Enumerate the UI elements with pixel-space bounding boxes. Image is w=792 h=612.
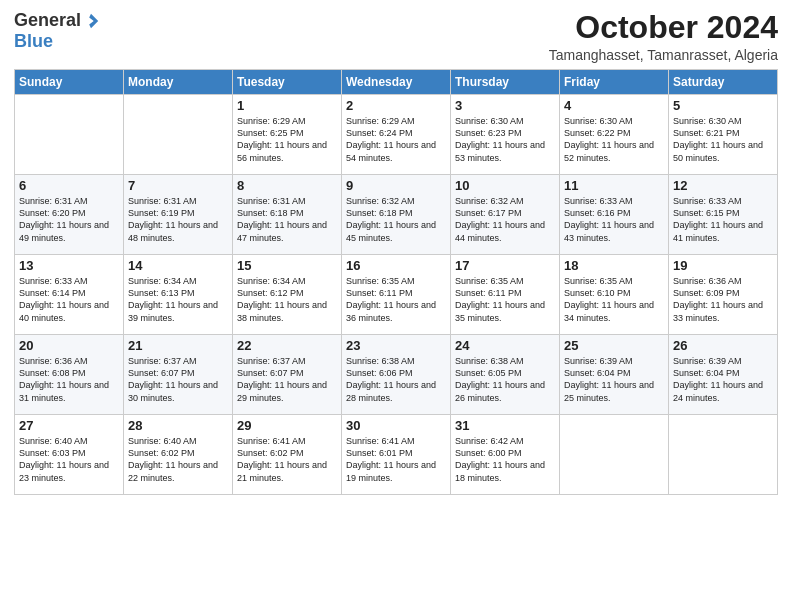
calendar-cell: 12Sunrise: 6:33 AMSunset: 6:15 PMDayligh…: [669, 175, 778, 255]
calendar-cell: 2Sunrise: 6:29 AMSunset: 6:24 PMDaylight…: [342, 95, 451, 175]
day-number: 22: [237, 338, 337, 353]
calendar-cell: 16Sunrise: 6:35 AMSunset: 6:11 PMDayligh…: [342, 255, 451, 335]
day-number: 18: [564, 258, 664, 273]
cell-info: Sunrise: 6:29 AMSunset: 6:25 PMDaylight:…: [237, 115, 337, 164]
week-row-4: 27Sunrise: 6:40 AMSunset: 6:03 PMDayligh…: [15, 415, 778, 495]
calendar-cell: 7Sunrise: 6:31 AMSunset: 6:19 PMDaylight…: [124, 175, 233, 255]
cell-info: Sunrise: 6:41 AMSunset: 6:02 PMDaylight:…: [237, 435, 337, 484]
day-number: 31: [455, 418, 555, 433]
cell-info: Sunrise: 6:36 AMSunset: 6:09 PMDaylight:…: [673, 275, 773, 324]
cell-info: Sunrise: 6:40 AMSunset: 6:02 PMDaylight:…: [128, 435, 228, 484]
cell-info: Sunrise: 6:31 AMSunset: 6:19 PMDaylight:…: [128, 195, 228, 244]
calendar-cell: [15, 95, 124, 175]
calendar-cell: 28Sunrise: 6:40 AMSunset: 6:02 PMDayligh…: [124, 415, 233, 495]
calendar-cell: [669, 415, 778, 495]
day-number: 10: [455, 178, 555, 193]
day-number: 13: [19, 258, 119, 273]
col-header-wednesday: Wednesday: [342, 70, 451, 95]
day-number: 2: [346, 98, 446, 113]
cell-info: Sunrise: 6:33 AMSunset: 6:14 PMDaylight:…: [19, 275, 119, 324]
week-row-0: 1Sunrise: 6:29 AMSunset: 6:25 PMDaylight…: [15, 95, 778, 175]
month-title: October 2024: [549, 10, 778, 45]
logo-blue: Blue: [14, 31, 53, 52]
location: Tamanghasset, Tamanrasset, Algeria: [549, 47, 778, 63]
day-number: 24: [455, 338, 555, 353]
day-number: 7: [128, 178, 228, 193]
col-header-thursday: Thursday: [451, 70, 560, 95]
calendar-cell: 1Sunrise: 6:29 AMSunset: 6:25 PMDaylight…: [233, 95, 342, 175]
cell-info: Sunrise: 6:31 AMSunset: 6:20 PMDaylight:…: [19, 195, 119, 244]
cell-info: Sunrise: 6:33 AMSunset: 6:16 PMDaylight:…: [564, 195, 664, 244]
calendar-cell: 24Sunrise: 6:38 AMSunset: 6:05 PMDayligh…: [451, 335, 560, 415]
calendar-cell: 8Sunrise: 6:31 AMSunset: 6:18 PMDaylight…: [233, 175, 342, 255]
day-number: 4: [564, 98, 664, 113]
cell-info: Sunrise: 6:32 AMSunset: 6:18 PMDaylight:…: [346, 195, 446, 244]
day-number: 16: [346, 258, 446, 273]
cell-info: Sunrise: 6:35 AMSunset: 6:11 PMDaylight:…: [346, 275, 446, 324]
cell-info: Sunrise: 6:42 AMSunset: 6:00 PMDaylight:…: [455, 435, 555, 484]
cell-info: Sunrise: 6:36 AMSunset: 6:08 PMDaylight:…: [19, 355, 119, 404]
cell-info: Sunrise: 6:41 AMSunset: 6:01 PMDaylight:…: [346, 435, 446, 484]
day-number: 15: [237, 258, 337, 273]
calendar-table: SundayMondayTuesdayWednesdayThursdayFrid…: [14, 69, 778, 495]
cell-info: Sunrise: 6:29 AMSunset: 6:24 PMDaylight:…: [346, 115, 446, 164]
col-header-saturday: Saturday: [669, 70, 778, 95]
day-number: 27: [19, 418, 119, 433]
week-row-3: 20Sunrise: 6:36 AMSunset: 6:08 PMDayligh…: [15, 335, 778, 415]
cell-info: Sunrise: 6:30 AMSunset: 6:22 PMDaylight:…: [564, 115, 664, 164]
calendar-cell: 31Sunrise: 6:42 AMSunset: 6:00 PMDayligh…: [451, 415, 560, 495]
week-row-2: 13Sunrise: 6:33 AMSunset: 6:14 PMDayligh…: [15, 255, 778, 335]
day-number: 21: [128, 338, 228, 353]
cell-info: Sunrise: 6:37 AMSunset: 6:07 PMDaylight:…: [128, 355, 228, 404]
day-number: 26: [673, 338, 773, 353]
calendar-cell: 27Sunrise: 6:40 AMSunset: 6:03 PMDayligh…: [15, 415, 124, 495]
page: General Blue October 2024 Tamanghasset, …: [0, 0, 792, 612]
calendar-cell: 30Sunrise: 6:41 AMSunset: 6:01 PMDayligh…: [342, 415, 451, 495]
col-header-sunday: Sunday: [15, 70, 124, 95]
day-number: 12: [673, 178, 773, 193]
cell-info: Sunrise: 6:34 AMSunset: 6:13 PMDaylight:…: [128, 275, 228, 324]
calendar-cell: 9Sunrise: 6:32 AMSunset: 6:18 PMDaylight…: [342, 175, 451, 255]
calendar-cell: 19Sunrise: 6:36 AMSunset: 6:09 PMDayligh…: [669, 255, 778, 335]
day-number: 29: [237, 418, 337, 433]
calendar-cell: 5Sunrise: 6:30 AMSunset: 6:21 PMDaylight…: [669, 95, 778, 175]
day-number: 11: [564, 178, 664, 193]
calendar-cell: [124, 95, 233, 175]
svg-marker-0: [89, 13, 98, 27]
day-number: 19: [673, 258, 773, 273]
cell-info: Sunrise: 6:33 AMSunset: 6:15 PMDaylight:…: [673, 195, 773, 244]
cell-info: Sunrise: 6:30 AMSunset: 6:23 PMDaylight:…: [455, 115, 555, 164]
calendar-cell: 26Sunrise: 6:39 AMSunset: 6:04 PMDayligh…: [669, 335, 778, 415]
calendar-header-row: SundayMondayTuesdayWednesdayThursdayFrid…: [15, 70, 778, 95]
day-number: 14: [128, 258, 228, 273]
calendar-cell: [560, 415, 669, 495]
calendar-cell: 4Sunrise: 6:30 AMSunset: 6:22 PMDaylight…: [560, 95, 669, 175]
day-number: 20: [19, 338, 119, 353]
cell-info: Sunrise: 6:30 AMSunset: 6:21 PMDaylight:…: [673, 115, 773, 164]
cell-info: Sunrise: 6:32 AMSunset: 6:17 PMDaylight:…: [455, 195, 555, 244]
calendar-cell: 14Sunrise: 6:34 AMSunset: 6:13 PMDayligh…: [124, 255, 233, 335]
calendar-cell: 18Sunrise: 6:35 AMSunset: 6:10 PMDayligh…: [560, 255, 669, 335]
logo: General Blue: [14, 10, 100, 52]
calendar-cell: 11Sunrise: 6:33 AMSunset: 6:16 PMDayligh…: [560, 175, 669, 255]
cell-info: Sunrise: 6:40 AMSunset: 6:03 PMDaylight:…: [19, 435, 119, 484]
calendar-cell: 21Sunrise: 6:37 AMSunset: 6:07 PMDayligh…: [124, 335, 233, 415]
calendar-cell: 20Sunrise: 6:36 AMSunset: 6:08 PMDayligh…: [15, 335, 124, 415]
logo-icon: [82, 12, 100, 30]
calendar-cell: 22Sunrise: 6:37 AMSunset: 6:07 PMDayligh…: [233, 335, 342, 415]
cell-info: Sunrise: 6:31 AMSunset: 6:18 PMDaylight:…: [237, 195, 337, 244]
calendar-cell: 6Sunrise: 6:31 AMSunset: 6:20 PMDaylight…: [15, 175, 124, 255]
calendar-cell: 25Sunrise: 6:39 AMSunset: 6:04 PMDayligh…: [560, 335, 669, 415]
day-number: 8: [237, 178, 337, 193]
calendar-cell: 29Sunrise: 6:41 AMSunset: 6:02 PMDayligh…: [233, 415, 342, 495]
day-number: 5: [673, 98, 773, 113]
logo-general: General: [14, 10, 81, 31]
cell-info: Sunrise: 6:38 AMSunset: 6:05 PMDaylight:…: [455, 355, 555, 404]
title-block: October 2024 Tamanghasset, Tamanrasset, …: [549, 10, 778, 63]
calendar-cell: 10Sunrise: 6:32 AMSunset: 6:17 PMDayligh…: [451, 175, 560, 255]
calendar-cell: 15Sunrise: 6:34 AMSunset: 6:12 PMDayligh…: [233, 255, 342, 335]
calendar-cell: 23Sunrise: 6:38 AMSunset: 6:06 PMDayligh…: [342, 335, 451, 415]
calendar-cell: 13Sunrise: 6:33 AMSunset: 6:14 PMDayligh…: [15, 255, 124, 335]
header: General Blue October 2024 Tamanghasset, …: [14, 10, 778, 63]
calendar-cell: 3Sunrise: 6:30 AMSunset: 6:23 PMDaylight…: [451, 95, 560, 175]
